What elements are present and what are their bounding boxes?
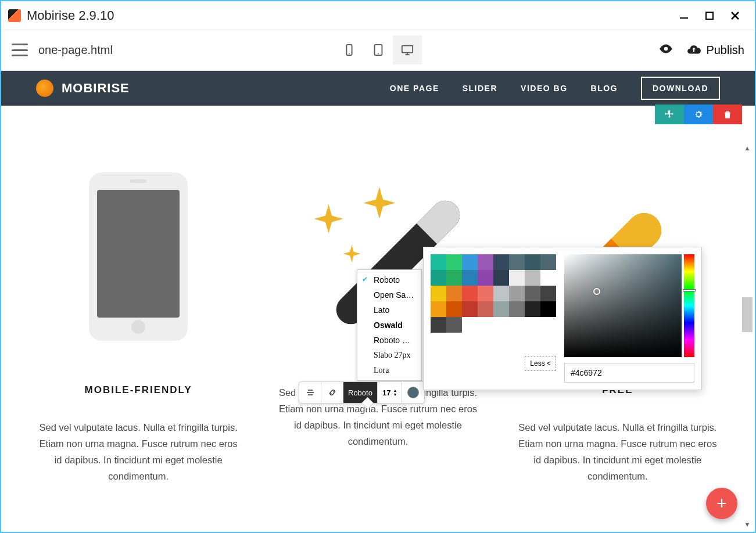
palette-swatch[interactable] xyxy=(431,301,446,317)
svg-rect-8 xyxy=(402,46,412,53)
font-selector[interactable]: Roboto xyxy=(343,382,378,403)
svg-point-11 xyxy=(664,47,668,51)
mobile-preview-button[interactable] xyxy=(335,35,364,64)
font-option-oswald[interactable]: Oswald xyxy=(357,318,421,333)
window-title: Mobirise 2.9.10 xyxy=(27,8,671,23)
palette-swatch[interactable] xyxy=(478,270,493,286)
current-color-icon xyxy=(407,387,419,398)
palette-swatch[interactable] xyxy=(462,270,478,286)
palette-swatch[interactable] xyxy=(462,286,478,301)
device-preview-group xyxy=(335,35,422,64)
link-button[interactable] xyxy=(321,382,343,403)
inline-text-toolbar: Roboto 17▲▼ xyxy=(299,381,425,404)
align-button[interactable] xyxy=(299,382,321,403)
font-dropdown[interactable]: Roboto Open Sa… Lato Oswald Roboto C… Sl… xyxy=(357,269,422,381)
palette-swatch[interactable] xyxy=(509,270,525,286)
scroll-up-icon[interactable]: ▲ xyxy=(742,143,753,153)
font-option-robotoc[interactable]: Roboto C… xyxy=(357,333,421,348)
color-gradient-area[interactable] xyxy=(564,254,694,357)
color-picker-popup: Less < xyxy=(423,247,702,390)
brand-logo-icon xyxy=(36,80,53,97)
palette-swatch[interactable] xyxy=(540,270,556,286)
color-swatch-button[interactable] xyxy=(402,382,424,403)
palette-swatch[interactable] xyxy=(478,286,493,301)
feature-body[interactable]: Sed vel vulputate lacus. Nulla et fringi… xyxy=(504,419,732,484)
palette-swatch[interactable] xyxy=(509,286,525,301)
palette-swatch[interactable] xyxy=(462,254,478,270)
palette-swatch[interactable] xyxy=(493,286,509,301)
feature-col-1[interactable]: MOBILE-FRIENDLY Sed vel vulputate lacus.… xyxy=(24,170,252,484)
palette-swatch[interactable] xyxy=(446,270,462,286)
palette-swatch[interactable] xyxy=(446,286,462,301)
font-option-slabo[interactable]: Slabo 27px xyxy=(357,348,421,363)
less-button[interactable]: Less < xyxy=(525,356,556,371)
nav-link-onepage[interactable]: ONE PAGE xyxy=(390,84,439,93)
palette-swatch[interactable] xyxy=(509,254,525,270)
palette-swatch[interactable] xyxy=(462,301,478,317)
palette-swatch[interactable] xyxy=(540,301,556,317)
hex-input[interactable] xyxy=(564,363,694,383)
block-settings-button[interactable] xyxy=(684,105,713,124)
palette-swatch[interactable] xyxy=(446,317,462,333)
publish-label: Publish xyxy=(706,44,744,57)
publish-button[interactable]: Publish xyxy=(686,42,744,57)
hue-slider[interactable] xyxy=(684,254,694,357)
svg-rect-1 xyxy=(706,12,713,19)
palette-swatch[interactable] xyxy=(493,270,509,286)
scroll-down-icon[interactable]: ▼ xyxy=(742,519,753,530)
palette-swatch[interactable] xyxy=(478,254,493,270)
app-logo-icon xyxy=(8,9,21,22)
nav-download-button[interactable]: DOWNLOAD xyxy=(641,77,720,100)
color-cursor[interactable] xyxy=(593,288,600,295)
palette-swatch[interactable] xyxy=(446,301,462,317)
font-size-selector[interactable]: 17▲▼ xyxy=(378,382,402,403)
cloud-upload-icon xyxy=(686,42,701,57)
desktop-preview-button[interactable] xyxy=(393,35,422,64)
close-button[interactable] xyxy=(722,3,748,28)
palette-swatch[interactable] xyxy=(431,286,446,301)
color-palette xyxy=(431,254,556,333)
nav-links: ONE PAGE SLIDER VIDEO BG BLOG DOWNLOAD xyxy=(390,77,720,100)
font-option-lato[interactable]: Lato xyxy=(357,302,421,318)
tablet-preview-button[interactable] xyxy=(364,35,393,64)
minimize-button[interactable] xyxy=(671,3,697,28)
palette-swatch[interactable] xyxy=(525,301,540,317)
palette-swatch[interactable] xyxy=(525,286,540,301)
palette-swatch[interactable] xyxy=(493,301,509,317)
nav-link-blog[interactable]: BLOG xyxy=(591,84,618,93)
block-delete-button[interactable] xyxy=(713,105,742,124)
palette-swatch[interactable] xyxy=(446,254,462,270)
editor-canvas: MOBIRISE ONE PAGE SLIDER VIDEO BG BLOG D… xyxy=(1,71,755,533)
palette-swatch[interactable] xyxy=(478,301,493,317)
palette-swatch[interactable] xyxy=(509,301,525,317)
phone-icon xyxy=(24,170,252,344)
maximize-button[interactable] xyxy=(697,3,722,28)
palette-swatch[interactable] xyxy=(431,270,446,286)
window-titlebar: Mobirise 2.9.10 xyxy=(1,1,755,30)
nav-link-videobg[interactable]: VIDEO BG xyxy=(521,84,567,93)
palette-swatch[interactable] xyxy=(540,254,556,270)
site-brand[interactable]: MOBIRISE xyxy=(36,80,130,97)
brand-text: MOBIRISE xyxy=(62,81,130,96)
feature-title[interactable]: MOBILE-FRIENDLY xyxy=(24,384,252,396)
palette-swatch[interactable] xyxy=(431,254,446,270)
block-action-group xyxy=(655,105,742,124)
palette-swatch[interactable] xyxy=(431,317,446,333)
font-option-roboto[interactable]: Roboto xyxy=(357,272,421,287)
palette-swatch[interactable] xyxy=(525,254,540,270)
app-toolbar: one-page.html Publish xyxy=(1,30,755,71)
preview-eye-icon[interactable] xyxy=(658,41,673,59)
font-option-lora[interactable]: Lora xyxy=(357,363,421,378)
block-move-button[interactable] xyxy=(655,105,684,124)
feature-body[interactable]: Sed vel vulputate lacus. Nulla et fringi… xyxy=(24,419,252,484)
nav-link-slider[interactable]: SLIDER xyxy=(463,84,497,93)
palette-swatch[interactable] xyxy=(525,270,540,286)
font-option-opensans[interactable]: Open Sa… xyxy=(357,287,421,302)
current-file-name[interactable]: one-page.html xyxy=(38,44,113,57)
palette-swatch[interactable] xyxy=(493,254,509,270)
scroll-thumb[interactable] xyxy=(742,297,753,332)
palette-swatch[interactable] xyxy=(540,286,556,301)
hamburger-menu-icon[interactable] xyxy=(12,44,28,56)
add-block-fab[interactable]: + xyxy=(706,488,737,519)
site-navbar-block[interactable]: MOBIRISE ONE PAGE SLIDER VIDEO BG BLOG D… xyxy=(1,71,755,106)
